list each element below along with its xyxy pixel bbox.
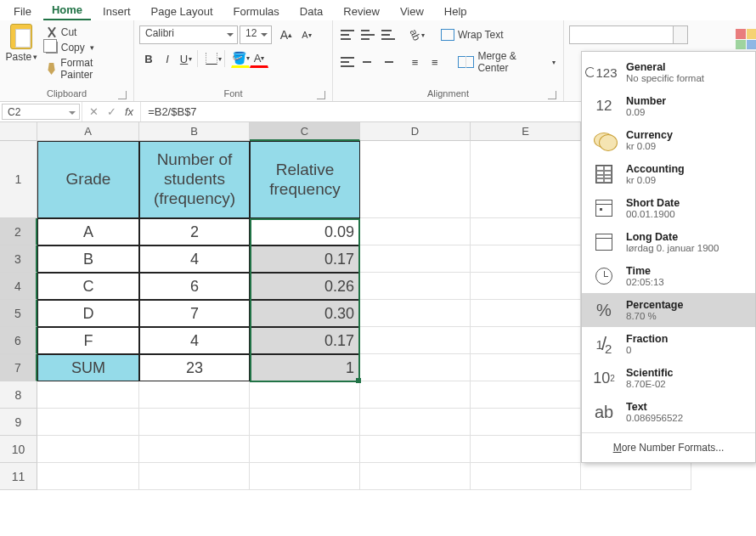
col-header-D[interactable]: D xyxy=(360,122,471,141)
row-header-6[interactable]: 6 xyxy=(0,327,37,354)
row-header-3[interactable]: 3 xyxy=(0,245,37,273)
format-painter-button[interactable]: Format Painter xyxy=(43,56,128,82)
cell-D1[interactable] xyxy=(360,141,471,218)
cell-E7[interactable] xyxy=(471,354,581,381)
cell-D9[interactable] xyxy=(360,409,471,436)
dialog-launcher-icon[interactable] xyxy=(317,91,325,99)
cell-C6[interactable]: 0.17 xyxy=(250,327,360,354)
increase-font-button[interactable]: A▴ xyxy=(277,25,296,44)
cell-F11[interactable] xyxy=(581,463,691,490)
menu-data[interactable]: Data xyxy=(291,3,331,20)
dialog-launcher-icon[interactable] xyxy=(118,91,127,99)
cell-B2[interactable]: 2 xyxy=(139,218,250,245)
cell-A10[interactable] xyxy=(37,436,139,463)
cell-A1[interactable]: Grade xyxy=(37,141,139,218)
cell-D2[interactable] xyxy=(360,218,471,245)
cell-E3[interactable] xyxy=(471,245,581,273)
menu-formulas[interactable]: Formulas xyxy=(225,3,288,20)
cell-B6[interactable]: 4 xyxy=(139,327,250,354)
cell-D7[interactable] xyxy=(360,354,471,381)
cancel-icon[interactable]: ✕ xyxy=(89,105,99,118)
row-header-4[interactable]: 4 xyxy=(0,273,37,300)
enter-icon[interactable]: ✓ xyxy=(107,105,116,118)
align-middle-button[interactable] xyxy=(358,25,377,44)
cell-E2[interactable] xyxy=(471,218,581,245)
menu-home[interactable]: Home xyxy=(43,1,91,20)
borders-button[interactable]: ▾ xyxy=(204,49,223,68)
cell-C8[interactable] xyxy=(250,381,360,409)
cell-C4[interactable]: 0.26 xyxy=(250,273,360,300)
copy-button[interactable]: Copy▾ xyxy=(43,41,128,54)
more-number-formats[interactable]: More Number Formats... xyxy=(582,437,755,459)
row-header-7[interactable]: 7 xyxy=(0,354,37,381)
cut-button[interactable]: Cut xyxy=(43,25,128,39)
fill-color-button[interactable]: 🪣▾ xyxy=(231,49,250,68)
dialog-launcher-icon[interactable] xyxy=(548,91,556,99)
conditional-formatting-icon[interactable] xyxy=(736,29,756,49)
format-option-longdate[interactable]: Long Datelørdag 0. januar 1900 xyxy=(582,225,755,259)
align-top-button[interactable] xyxy=(338,25,357,44)
cell-E11[interactable] xyxy=(471,463,581,490)
cell-E9[interactable] xyxy=(471,409,581,436)
menu-review[interactable]: Review xyxy=(335,3,388,20)
font-color-button[interactable]: A▾ xyxy=(250,49,268,68)
cell-E4[interactable] xyxy=(471,273,581,300)
menu-page-layout[interactable]: Page Layout xyxy=(143,3,222,20)
cell-C9[interactable] xyxy=(250,409,360,436)
merge-center-button[interactable]: Merge & Center▾ xyxy=(455,49,558,75)
cell-B4[interactable]: 6 xyxy=(139,273,250,300)
cell-C2[interactable]: 0.09 xyxy=(250,218,360,245)
cell-C7[interactable]: 1 xyxy=(250,354,360,381)
cell-A11[interactable] xyxy=(37,463,139,490)
cell-E5[interactable] xyxy=(471,300,581,327)
font-name-select[interactable]: Calibri xyxy=(139,25,238,44)
align-bottom-button[interactable] xyxy=(379,25,398,44)
menu-help[interactable]: Help xyxy=(436,3,476,20)
col-header-B[interactable]: B xyxy=(139,122,250,141)
bold-button[interactable]: B xyxy=(139,49,158,68)
underline-button[interactable]: U▾ xyxy=(177,49,195,68)
menu-view[interactable]: View xyxy=(392,3,432,20)
cell-E1[interactable] xyxy=(471,141,581,218)
cell-D8[interactable] xyxy=(360,381,471,409)
cell-E8[interactable] xyxy=(471,381,581,409)
cell-C5[interactable]: 0.30 xyxy=(250,300,360,327)
paste-button[interactable]: Paste▾ xyxy=(5,24,38,63)
cell-A3[interactable]: B xyxy=(37,245,139,273)
increase-indent-button[interactable]: ≡ xyxy=(426,53,443,71)
cell-B1[interactable]: Number of students (frequency) xyxy=(139,141,250,218)
decrease-font-button[interactable]: A▾ xyxy=(297,25,316,44)
fx-icon[interactable]: fx xyxy=(125,105,133,118)
cell-A5[interactable]: D xyxy=(37,300,139,327)
cell-B10[interactable] xyxy=(139,436,250,463)
wrap-text-button[interactable]: Wrap Text xyxy=(438,28,506,42)
cell-D4[interactable] xyxy=(360,273,471,300)
row-header-11[interactable]: 11 xyxy=(0,463,37,490)
cell-A7[interactable]: SUM xyxy=(37,354,139,381)
cell-B9[interactable] xyxy=(139,409,250,436)
format-option-number[interactable]: 12Number0.09 xyxy=(582,89,755,123)
cell-D3[interactable] xyxy=(360,245,471,273)
cell-A6[interactable]: F xyxy=(37,327,139,354)
row-header-2[interactable]: 2 xyxy=(0,218,37,245)
cell-B3[interactable]: 4 xyxy=(139,245,250,273)
col-header-A[interactable]: A xyxy=(37,122,139,141)
format-option-accounting[interactable]: Accounting kr 0.09 xyxy=(582,157,755,191)
cell-C1[interactable]: Relative frequency xyxy=(250,141,360,218)
format-option-text[interactable]: abText0.086956522 xyxy=(582,395,755,429)
format-option-time[interactable]: Time02:05:13 xyxy=(582,259,755,293)
cell-A2[interactable]: A xyxy=(37,218,139,245)
align-left-button[interactable] xyxy=(338,53,356,71)
name-box[interactable]: C2 xyxy=(2,104,80,120)
row-header-9[interactable]: 9 xyxy=(0,409,37,436)
cell-D5[interactable] xyxy=(360,300,471,327)
cell-B7[interactable]: 23 xyxy=(139,354,250,381)
cell-A4[interactable]: C xyxy=(37,273,139,300)
cell-A8[interactable] xyxy=(37,381,139,409)
number-format-select[interactable] xyxy=(569,25,688,44)
format-option-percentage[interactable]: %Percentage8.70 % xyxy=(582,293,755,327)
italic-button[interactable]: I xyxy=(158,49,177,68)
cell-D10[interactable] xyxy=(360,436,471,463)
format-option-fraction[interactable]: 1/2Fraction0 xyxy=(582,327,755,361)
row-header-8[interactable]: 8 xyxy=(0,381,37,409)
